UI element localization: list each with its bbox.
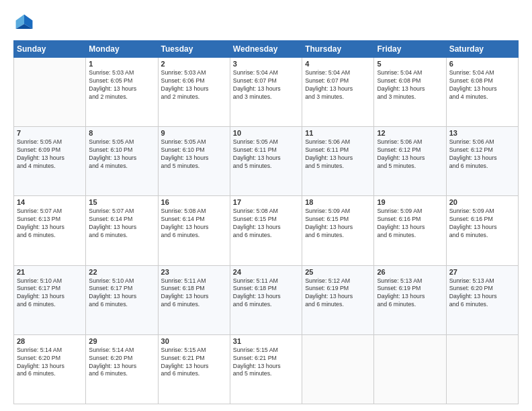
calendar-cell: 23Sunrise: 5:11 AMSunset: 6:18 PMDayligh… xyxy=(158,265,230,334)
header xyxy=(13,12,519,34)
day-number: 19 xyxy=(377,198,443,206)
day-info: Sunrise: 5:09 AMSunset: 6:16 PMDaylight:… xyxy=(377,208,443,240)
day-number: 15 xyxy=(89,198,154,206)
day-info: Sunrise: 5:15 AMSunset: 6:21 PMDaylight:… xyxy=(233,347,299,379)
day-info: Sunrise: 5:11 AMSunset: 6:18 PMDaylight:… xyxy=(161,277,227,310)
calendar-cell: 13Sunrise: 5:06 AMSunset: 6:12 PMDayligh… xyxy=(446,127,518,196)
logo-icon xyxy=(13,12,35,34)
day-number: 29 xyxy=(89,337,154,345)
calendar-cell: 30Sunrise: 5:15 AMSunset: 6:21 PMDayligh… xyxy=(158,334,230,404)
day-info: Sunrise: 5:07 AMSunset: 6:13 PMDaylight:… xyxy=(17,208,83,240)
day-number: 25 xyxy=(305,268,371,276)
calendar-cell: 21Sunrise: 5:10 AMSunset: 6:17 PMDayligh… xyxy=(14,265,86,334)
day-number: 2 xyxy=(161,60,227,68)
day-info: Sunrise: 5:05 AMSunset: 6:10 PMDaylight:… xyxy=(161,138,227,171)
day-info: Sunrise: 5:07 AMSunset: 6:14 PMDaylight:… xyxy=(89,208,154,240)
calendar-cell: 8Sunrise: 5:05 AMSunset: 6:10 PMDaylight… xyxy=(86,127,158,196)
day-number: 13 xyxy=(449,129,515,137)
day-info: Sunrise: 5:03 AMSunset: 6:06 PMDaylight:… xyxy=(161,69,227,101)
calendar-table: SundayMondayTuesdayWednesdayThursdayFrid… xyxy=(13,40,519,404)
day-number: 27 xyxy=(449,268,515,276)
day-number: 14 xyxy=(17,198,83,206)
calendar-cell xyxy=(374,334,446,404)
calendar-cell xyxy=(446,334,518,404)
day-number: 10 xyxy=(233,129,299,137)
calendar-cell: 14Sunrise: 5:07 AMSunset: 6:13 PMDayligh… xyxy=(14,196,86,265)
calendar-cell: 31Sunrise: 5:15 AMSunset: 6:21 PMDayligh… xyxy=(230,334,302,404)
day-info: Sunrise: 5:05 AMSunset: 6:11 PMDaylight:… xyxy=(233,138,299,171)
calendar-cell: 2Sunrise: 5:03 AMSunset: 6:06 PMDaylight… xyxy=(158,58,230,127)
calendar-cell: 7Sunrise: 5:05 AMSunset: 6:09 PMDaylight… xyxy=(14,127,86,196)
day-info: Sunrise: 5:06 AMSunset: 6:12 PMDaylight:… xyxy=(377,138,443,171)
calendar-cell: 15Sunrise: 5:07 AMSunset: 6:14 PMDayligh… xyxy=(86,196,158,265)
day-info: Sunrise: 5:10 AMSunset: 6:17 PMDaylight:… xyxy=(89,277,154,310)
calendar-cell: 6Sunrise: 5:04 AMSunset: 6:08 PMDaylight… xyxy=(446,58,518,127)
calendar-cell xyxy=(14,58,86,127)
day-info: Sunrise: 5:08 AMSunset: 6:14 PMDaylight:… xyxy=(161,208,227,240)
calendar-cell: 20Sunrise: 5:09 AMSunset: 6:16 PMDayligh… xyxy=(446,196,518,265)
day-number: 23 xyxy=(161,268,227,276)
day-info: Sunrise: 5:14 AMSunset: 6:20 PMDaylight:… xyxy=(17,347,83,379)
weekday-header-sunday: Sunday xyxy=(14,41,86,58)
calendar-cell: 29Sunrise: 5:14 AMSunset: 6:20 PMDayligh… xyxy=(86,334,158,404)
day-number: 11 xyxy=(305,129,371,137)
day-info: Sunrise: 5:05 AMSunset: 6:10 PMDaylight:… xyxy=(89,138,154,171)
day-number: 3 xyxy=(233,60,299,68)
calendar-cell: 10Sunrise: 5:05 AMSunset: 6:11 PMDayligh… xyxy=(230,127,302,196)
day-number: 22 xyxy=(89,268,154,276)
day-number: 31 xyxy=(233,337,299,345)
day-info: Sunrise: 5:03 AMSunset: 6:05 PMDaylight:… xyxy=(89,69,154,101)
calendar-cell: 25Sunrise: 5:12 AMSunset: 6:19 PMDayligh… xyxy=(302,265,374,334)
calendar-week-row: 28Sunrise: 5:14 AMSunset: 6:20 PMDayligh… xyxy=(14,334,519,404)
day-info: Sunrise: 5:08 AMSunset: 6:15 PMDaylight:… xyxy=(233,208,299,240)
day-info: Sunrise: 5:14 AMSunset: 6:20 PMDaylight:… xyxy=(89,347,154,379)
calendar-cell: 18Sunrise: 5:09 AMSunset: 6:15 PMDayligh… xyxy=(302,196,374,265)
day-info: Sunrise: 5:09 AMSunset: 6:16 PMDaylight:… xyxy=(449,208,515,240)
day-info: Sunrise: 5:05 AMSunset: 6:09 PMDaylight:… xyxy=(17,138,83,171)
day-number: 17 xyxy=(233,198,299,206)
day-number: 8 xyxy=(89,129,154,137)
calendar-cell: 27Sunrise: 5:13 AMSunset: 6:20 PMDayligh… xyxy=(446,265,518,334)
day-number: 20 xyxy=(449,198,515,206)
day-number: 28 xyxy=(17,337,83,345)
day-number: 16 xyxy=(161,198,227,206)
calendar-cell: 11Sunrise: 5:06 AMSunset: 6:11 PMDayligh… xyxy=(302,127,374,196)
day-number: 12 xyxy=(377,129,443,137)
calendar-cell: 12Sunrise: 5:06 AMSunset: 6:12 PMDayligh… xyxy=(374,127,446,196)
day-number: 4 xyxy=(305,60,371,68)
weekday-header-saturday: Saturday xyxy=(446,41,518,58)
day-info: Sunrise: 5:04 AMSunset: 6:08 PMDaylight:… xyxy=(377,69,443,101)
calendar-cell: 26Sunrise: 5:13 AMSunset: 6:19 PMDayligh… xyxy=(374,265,446,334)
day-number: 21 xyxy=(17,268,83,276)
calendar-cell xyxy=(302,334,374,404)
day-info: Sunrise: 5:13 AMSunset: 6:20 PMDaylight:… xyxy=(449,277,515,310)
day-info: Sunrise: 5:06 AMSunset: 6:12 PMDaylight:… xyxy=(449,138,515,171)
calendar-cell: 22Sunrise: 5:10 AMSunset: 6:17 PMDayligh… xyxy=(86,265,158,334)
weekday-header-monday: Monday xyxy=(86,41,158,58)
calendar-cell: 17Sunrise: 5:08 AMSunset: 6:15 PMDayligh… xyxy=(230,196,302,265)
calendar-week-row: 21Sunrise: 5:10 AMSunset: 6:17 PMDayligh… xyxy=(14,265,519,334)
calendar-week-row: 1Sunrise: 5:03 AMSunset: 6:05 PMDaylight… xyxy=(14,58,519,127)
calendar-cell: 24Sunrise: 5:11 AMSunset: 6:18 PMDayligh… xyxy=(230,265,302,334)
day-info: Sunrise: 5:04 AMSunset: 6:07 PMDaylight:… xyxy=(305,69,371,101)
logo xyxy=(13,12,38,34)
page: SundayMondayTuesdayWednesdayThursdayFrid… xyxy=(0,0,532,411)
calendar-cell: 1Sunrise: 5:03 AMSunset: 6:05 PMDaylight… xyxy=(86,58,158,127)
weekday-header-wednesday: Wednesday xyxy=(230,41,302,58)
calendar-cell: 16Sunrise: 5:08 AMSunset: 6:14 PMDayligh… xyxy=(158,196,230,265)
day-number: 26 xyxy=(377,268,443,276)
day-info: Sunrise: 5:04 AMSunset: 6:08 PMDaylight:… xyxy=(449,69,515,101)
weekday-header-friday: Friday xyxy=(374,41,446,58)
weekday-header-row: SundayMondayTuesdayWednesdayThursdayFrid… xyxy=(14,41,519,58)
weekday-header-thursday: Thursday xyxy=(302,41,374,58)
day-info: Sunrise: 5:04 AMSunset: 6:07 PMDaylight:… xyxy=(233,69,299,101)
calendar-cell: 28Sunrise: 5:14 AMSunset: 6:20 PMDayligh… xyxy=(14,334,86,404)
calendar-week-row: 7Sunrise: 5:05 AMSunset: 6:09 PMDaylight… xyxy=(14,127,519,196)
calendar-cell: 19Sunrise: 5:09 AMSunset: 6:16 PMDayligh… xyxy=(374,196,446,265)
day-number: 1 xyxy=(89,60,154,68)
day-info: Sunrise: 5:09 AMSunset: 6:15 PMDaylight:… xyxy=(305,208,371,240)
day-number: 5 xyxy=(377,60,443,68)
day-info: Sunrise: 5:12 AMSunset: 6:19 PMDaylight:… xyxy=(305,277,371,310)
calendar-cell: 5Sunrise: 5:04 AMSunset: 6:08 PMDaylight… xyxy=(374,58,446,127)
calendar-cell: 9Sunrise: 5:05 AMSunset: 6:10 PMDaylight… xyxy=(158,127,230,196)
